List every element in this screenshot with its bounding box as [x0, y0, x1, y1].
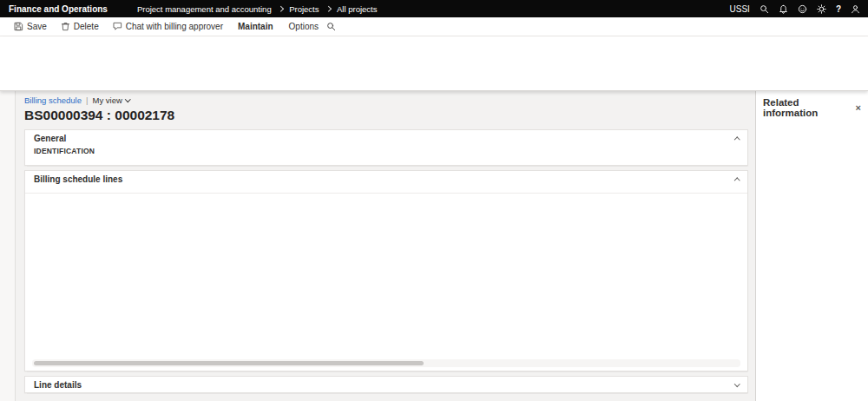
menu-tab-maintain[interactable]: Maintain	[230, 22, 281, 31]
related-information-panel: Related information ×	[755, 91, 868, 401]
scrollbar-thumb[interactable]	[34, 361, 424, 365]
horizontal-scrollbar[interactable]	[32, 359, 740, 367]
line-details-header[interactable]: Line details	[25, 377, 747, 392]
button-label: Chat with billing approver	[126, 22, 223, 31]
lines-section-header[interactable]: Billing schedule lines	[25, 171, 747, 187]
breadcrumb-item[interactable]: Project management and accounting	[137, 4, 272, 14]
line-details-title: Line details	[34, 380, 82, 390]
page-title: BS00000394 : 00002178	[24, 108, 748, 123]
settings-icon[interactable]	[817, 4, 826, 14]
button-label: Delete	[74, 22, 99, 31]
general-section-header[interactable]: General	[25, 130, 747, 146]
general-section: General IDENTIFICATION	[24, 129, 748, 166]
chevron-down-icon	[125, 96, 130, 102]
account-icon[interactable]	[851, 4, 860, 14]
breadcrumb-item[interactable]: All projects	[337, 4, 377, 14]
app-window: Finance and Operations Project managemen…	[0, 0, 868, 401]
collapse-chevron-icon[interactable]	[734, 178, 740, 183]
search-icon[interactable]	[760, 4, 769, 14]
button-label: Save	[27, 22, 47, 31]
alerts-icon[interactable]	[779, 4, 788, 14]
identification-group-label: IDENTIFICATION	[34, 147, 739, 155]
collapse-chevron-icon[interactable]	[734, 137, 740, 142]
related-panel-title: Related information	[763, 97, 856, 118]
command-bar: SaveDeleteChat with billing approver Mai…	[0, 17, 868, 36]
expand-chevron-icon[interactable]	[734, 381, 740, 386]
left-edge-toolbar	[0, 91, 16, 401]
save-icon	[14, 22, 23, 31]
lines-toolbar	[25, 187, 747, 194]
header-separator: |	[86, 95, 88, 105]
lines-section-title: Billing schedule lines	[34, 174, 122, 184]
delete-icon	[61, 22, 70, 31]
view-selector[interactable]: My view	[92, 95, 129, 105]
view-selector-label: My view	[92, 95, 122, 105]
main-content: Billing schedule | My view BS00000394 : …	[16, 91, 755, 401]
menu-tab-options[interactable]: Options	[281, 22, 326, 31]
breadcrumb-item[interactable]: Projects	[289, 4, 319, 14]
close-panel-icon[interactable]: ×	[856, 102, 861, 113]
breadcrumb-chevron-icon	[278, 6, 283, 11]
breadcrumb: Project management and accountingProject…	[137, 4, 378, 14]
search-icon[interactable]	[326, 22, 336, 31]
chat-icon	[113, 22, 122, 31]
delete-button[interactable]: Delete	[54, 17, 106, 36]
company-picker[interactable]: USSI	[730, 4, 750, 14]
top-navigation-bar: Finance and Operations Project managemen…	[0, 0, 868, 17]
chat-with-billing-approver-button[interactable]: Chat with billing approver	[106, 17, 230, 36]
workspace: Billing schedule | My view BS00000394 : …	[0, 91, 868, 401]
save-button[interactable]: Save	[7, 17, 54, 36]
maintain-tab-flyout	[0, 36, 868, 91]
line-details-section: Line details	[24, 376, 748, 393]
app-title[interactable]: Finance and Operations	[0, 4, 118, 14]
help-icon[interactable]: ?	[836, 4, 841, 14]
topbar-actions: USSI ?	[730, 4, 868, 14]
feedback-icon[interactable]	[798, 4, 807, 14]
page-header: Billing schedule | My view BS00000394 : …	[24, 95, 748, 129]
billing-schedule-lines-section: Billing schedule lines	[24, 170, 748, 371]
list-page-link[interactable]: Billing schedule	[24, 95, 82, 105]
breadcrumb-chevron-icon	[326, 6, 331, 11]
general-section-title: General	[34, 134, 66, 143]
